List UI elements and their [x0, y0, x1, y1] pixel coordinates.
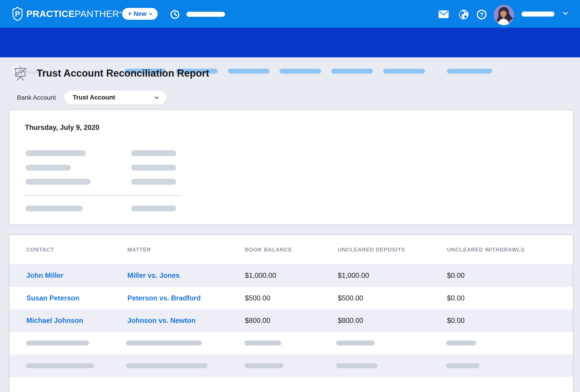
nav-item-placeholder[interactable]	[447, 69, 492, 74]
help-icon[interactable]: ?	[477, 9, 487, 19]
uncleared-deposits-value: $500.00	[338, 287, 363, 309]
nav-item-placeholder[interactable]	[228, 69, 269, 74]
row-placeholder-bar	[26, 363, 94, 368]
summary-placeholder-bar	[26, 165, 71, 171]
row-placeholder-bar	[26, 341, 89, 346]
summary-divider	[23, 195, 181, 196]
timer-clock-icon[interactable]	[170, 9, 180, 19]
brand-wordmark: PRACTICEPANTHER®	[26, 9, 122, 19]
main-nav-bar	[0, 28, 580, 57]
user-avatar[interactable]	[494, 5, 514, 25]
summary-placeholder-bar	[26, 179, 91, 185]
table-row: Susan Peterson Peterson vs. Bradford $50…	[9, 287, 573, 309]
row-placeholder-bar	[336, 363, 377, 368]
column-header-uncleared-withdrawals[interactable]: UNCLEARED WITHDRAWLS	[447, 247, 525, 253]
row-placeholder-bar	[336, 341, 375, 346]
summary-placeholder-bar	[26, 206, 83, 211]
bank-account-dropdown[interactable]: Trust Account	[64, 90, 167, 105]
mail-icon[interactable]	[439, 10, 448, 18]
summary-placeholder-bar	[131, 165, 176, 171]
column-header-contact[interactable]: CONTACT	[26, 247, 54, 253]
new-button[interactable]: + New	[122, 8, 158, 20]
question-glyph: ?	[480, 11, 483, 18]
contact-link[interactable]: Michael Johnson	[26, 309, 83, 332]
uncleared-deposits-value: $800.00	[338, 309, 363, 332]
timer-placeholder-bar	[186, 12, 225, 17]
column-header-book-balance[interactable]: BOOK BALANCE	[245, 247, 292, 253]
page-title: Trust Account Reconciliation Report	[37, 68, 209, 79]
chevron-down-icon	[563, 10, 568, 15]
row-placeholder-bar	[126, 363, 208, 368]
row-placeholder-bar	[245, 341, 282, 346]
summary-placeholder-bar	[26, 150, 86, 156]
reconciliation-table-card: CONTACT MATTER BOOK BALANCE UNCLEARED DE…	[9, 234, 574, 392]
practicepanther-logo[interactable]: P PRACTICEPANTHER®	[12, 0, 122, 28]
nav-item-placeholder[interactable]	[280, 69, 321, 74]
row-placeholder-bar	[446, 341, 476, 346]
uncleared-withdrawals-value: $0.00	[447, 264, 465, 287]
table-row-placeholder	[9, 354, 573, 377]
matter-link[interactable]: Johnson vs. Newton	[127, 309, 195, 332]
globe-icon[interactable]	[459, 9, 469, 19]
top-bar: P PRACTICEPANTHER® + New ?	[0, 0, 580, 28]
avatar-illustration	[494, 5, 514, 25]
row-placeholder-bar	[245, 363, 284, 368]
table-row: John Miller Miller vs. Jones $1,000.00 $…	[9, 264, 573, 287]
chevron-down-icon	[149, 11, 152, 15]
new-button-label: + New	[128, 10, 146, 17]
matter-link[interactable]: Peterson vs. Bradford	[127, 287, 201, 309]
brand-name-bold: PRACTICE	[26, 9, 75, 19]
registered-mark: ®	[119, 10, 122, 14]
uncleared-deposits-value: $1,000.00	[338, 264, 369, 287]
help-circle: ?	[477, 9, 487, 19]
summary-placeholder-bar	[131, 206, 176, 211]
brand-name-light: PANTHER	[75, 9, 119, 19]
matter-link[interactable]: Miller vs. Jones	[127, 264, 180, 287]
uncleared-withdrawals-value: $0.00	[447, 309, 465, 332]
row-placeholder-bar	[446, 363, 480, 368]
column-header-uncleared-deposits[interactable]: UNCLEARED DEPOSITS	[338, 247, 405, 253]
summary-placeholder-bar	[131, 150, 176, 156]
row-placeholder-bar	[126, 341, 202, 346]
username-placeholder-bar	[522, 11, 554, 16]
reconciliation-summary-card: Thursday, July 9, 2020	[9, 110, 574, 225]
shield-p-icon: P	[12, 7, 23, 21]
table-row-placeholder	[9, 332, 573, 354]
reconciliation-date: Thursday, July 9, 2020	[25, 124, 100, 132]
chevron-down-icon	[494, 68, 498, 71]
table-row: Michael Johnson Johnson vs. Newton $800.…	[9, 309, 573, 332]
column-header-matter[interactable]: MATTER	[127, 247, 151, 253]
bank-account-value: Trust Account	[73, 94, 115, 101]
bank-account-label: Bank Account	[17, 94, 56, 101]
contact-link[interactable]: John Miller	[26, 264, 63, 287]
book-balance-value: $800.00	[245, 309, 270, 332]
book-balance-value: $500.00	[245, 287, 270, 309]
chevron-down-icon	[430, 68, 433, 71]
contact-link[interactable]: Susan Peterson	[26, 287, 79, 309]
book-balance-value: $1,000.00	[245, 264, 276, 287]
summary-placeholder-bar	[131, 179, 176, 185]
report-presentation-icon	[13, 67, 27, 81]
uncleared-withdrawals-value: $0.00	[447, 287, 465, 309]
svg-text:P: P	[15, 10, 20, 18]
nav-item-placeholder[interactable]	[383, 69, 425, 74]
nav-item-placeholder[interactable]	[331, 69, 373, 74]
chevron-down-icon	[154, 95, 158, 99]
